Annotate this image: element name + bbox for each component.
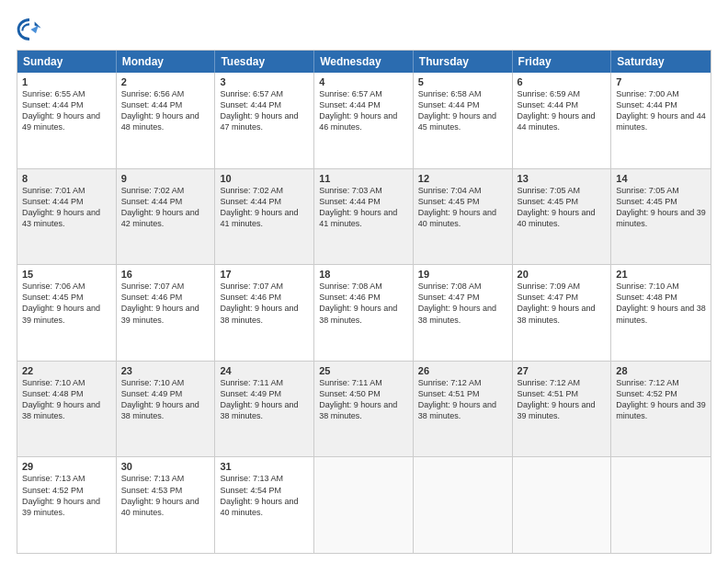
day-cell-27: 27 Sunrise: 7:12 AM Sunset: 4:51 PM Dayl… [513, 362, 612, 457]
day-cell-7: 7 Sunrise: 7:00 AM Sunset: 4:44 PM Dayli… [611, 73, 711, 168]
day-number: 19 [418, 269, 507, 280]
day-number: 11 [319, 173, 408, 184]
cell-info: Sunrise: 7:12 AM Sunset: 4:51 PM Dayligh… [518, 377, 607, 422]
calendar-header: SundayMondayTuesdayWednesdayThursdayFrid… [17, 51, 711, 73]
day-number: 28 [616, 365, 706, 376]
empty-cell [414, 457, 513, 553]
day-cell-19: 19 Sunrise: 7:08 AM Sunset: 4:47 PM Dayl… [414, 265, 513, 361]
calendar-row-1: 1 Sunrise: 6:55 AM Sunset: 4:44 PM Dayli… [17, 73, 711, 169]
cell-info: Sunrise: 7:13 AM Sunset: 4:52 PM Dayligh… [22, 473, 111, 518]
cell-info: Sunrise: 6:59 AM Sunset: 4:44 PM Dayligh… [518, 88, 607, 133]
day-cell-16: 16 Sunrise: 7:07 AM Sunset: 4:46 PM Dayl… [117, 265, 216, 361]
day-number: 18 [319, 269, 408, 280]
cell-info: Sunrise: 7:03 AM Sunset: 4:44 PM Dayligh… [319, 185, 408, 230]
day-cell-24: 24 Sunrise: 7:11 AM Sunset: 4:49 PM Dayl… [215, 362, 314, 457]
day-cell-17: 17 Sunrise: 7:07 AM Sunset: 4:46 PM Dayl… [215, 265, 314, 361]
day-number: 13 [518, 173, 607, 184]
cell-info: Sunrise: 7:13 AM Sunset: 4:54 PM Dayligh… [220, 473, 309, 518]
day-cell-13: 13 Sunrise: 7:05 AM Sunset: 4:45 PM Dayl… [513, 169, 612, 265]
day-number: 14 [616, 173, 706, 184]
day-cell-25: 25 Sunrise: 7:11 AM Sunset: 4:50 PM Dayl… [314, 362, 414, 457]
day-number: 25 [319, 365, 408, 376]
cell-info: Sunrise: 7:08 AM Sunset: 4:46 PM Dayligh… [319, 281, 408, 326]
day-cell-29: 29 Sunrise: 7:13 AM Sunset: 4:52 PM Dayl… [17, 457, 117, 553]
day-number: 21 [616, 269, 706, 280]
day-cell-2: 2 Sunrise: 6:56 AM Sunset: 4:44 PM Dayli… [117, 73, 216, 168]
day-number: 4 [319, 76, 408, 87]
cell-info: Sunrise: 7:02 AM Sunset: 4:44 PM Dayligh… [220, 185, 309, 230]
calendar-row-5: 29 Sunrise: 7:13 AM Sunset: 4:52 PM Dayl… [17, 457, 711, 553]
day-number: 31 [220, 461, 309, 472]
day-number: 17 [220, 269, 309, 280]
day-number: 27 [518, 365, 607, 376]
day-number: 8 [22, 173, 111, 184]
empty-cell [513, 457, 612, 553]
day-cell-23: 23 Sunrise: 7:10 AM Sunset: 4:49 PM Dayl… [117, 362, 216, 457]
day-cell-31: 31 Sunrise: 7:13 AM Sunset: 4:54 PM Dayl… [215, 457, 314, 553]
cell-info: Sunrise: 7:09 AM Sunset: 4:47 PM Dayligh… [518, 281, 607, 326]
cell-info: Sunrise: 7:11 AM Sunset: 4:49 PM Dayligh… [220, 377, 309, 422]
day-number: 2 [121, 76, 210, 87]
day-cell-6: 6 Sunrise: 6:59 AM Sunset: 4:44 PM Dayli… [513, 73, 612, 168]
day-number: 10 [220, 173, 309, 184]
empty-cell [611, 457, 711, 553]
cell-info: Sunrise: 6:58 AM Sunset: 4:44 PM Dayligh… [418, 88, 507, 133]
day-cell-12: 12 Sunrise: 7:04 AM Sunset: 4:45 PM Dayl… [414, 169, 513, 265]
day-number: 6 [518, 76, 607, 87]
day-number: 3 [220, 76, 309, 87]
cell-info: Sunrise: 7:06 AM Sunset: 4:45 PM Dayligh… [22, 281, 111, 326]
logo [17, 17, 46, 42]
day-cell-3: 3 Sunrise: 6:57 AM Sunset: 4:44 PM Dayli… [215, 73, 314, 168]
day-cell-30: 30 Sunrise: 7:13 AM Sunset: 4:53 PM Dayl… [117, 457, 216, 553]
empty-cell [314, 457, 414, 553]
day-cell-1: 1 Sunrise: 6:55 AM Sunset: 4:44 PM Dayli… [17, 73, 117, 168]
header-day-sunday: Sunday [17, 51, 117, 73]
header-day-monday: Monday [117, 51, 216, 73]
cell-info: Sunrise: 7:05 AM Sunset: 4:45 PM Dayligh… [616, 185, 706, 230]
header-day-friday: Friday [513, 51, 612, 73]
cell-info: Sunrise: 6:57 AM Sunset: 4:44 PM Dayligh… [220, 88, 309, 133]
header [17, 17, 711, 42]
day-number: 30 [121, 461, 210, 472]
day-number: 9 [121, 173, 210, 184]
day-number: 15 [22, 269, 111, 280]
day-number: 23 [121, 365, 210, 376]
day-number: 1 [22, 76, 111, 87]
cell-info: Sunrise: 7:05 AM Sunset: 4:45 PM Dayligh… [518, 185, 607, 230]
cell-info: Sunrise: 7:12 AM Sunset: 4:51 PM Dayligh… [418, 377, 507, 422]
cell-info: Sunrise: 7:10 AM Sunset: 4:48 PM Dayligh… [22, 377, 111, 422]
cell-info: Sunrise: 7:04 AM Sunset: 4:45 PM Dayligh… [418, 185, 507, 230]
day-cell-15: 15 Sunrise: 7:06 AM Sunset: 4:45 PM Dayl… [17, 265, 117, 361]
day-number: 20 [518, 269, 607, 280]
cell-info: Sunrise: 7:12 AM Sunset: 4:52 PM Dayligh… [616, 377, 706, 422]
day-cell-5: 5 Sunrise: 6:58 AM Sunset: 4:44 PM Dayli… [414, 73, 513, 168]
cell-info: Sunrise: 7:01 AM Sunset: 4:44 PM Dayligh… [22, 185, 111, 230]
day-number: 5 [418, 76, 507, 87]
day-cell-28: 28 Sunrise: 7:12 AM Sunset: 4:52 PM Dayl… [611, 362, 711, 457]
calendar-row-2: 8 Sunrise: 7:01 AM Sunset: 4:44 PM Dayli… [17, 169, 711, 266]
day-cell-8: 8 Sunrise: 7:01 AM Sunset: 4:44 PM Dayli… [17, 169, 117, 265]
calendar-row-4: 22 Sunrise: 7:10 AM Sunset: 4:48 PM Dayl… [17, 362, 711, 458]
day-cell-18: 18 Sunrise: 7:08 AM Sunset: 4:46 PM Dayl… [314, 265, 414, 361]
day-cell-26: 26 Sunrise: 7:12 AM Sunset: 4:51 PM Dayl… [414, 362, 513, 457]
day-number: 26 [418, 365, 507, 376]
header-day-tuesday: Tuesday [215, 51, 314, 73]
cell-info: Sunrise: 7:07 AM Sunset: 4:46 PM Dayligh… [121, 281, 210, 326]
cell-info: Sunrise: 7:13 AM Sunset: 4:53 PM Dayligh… [121, 473, 210, 518]
calendar: SundayMondayTuesdayWednesdayThursdayFrid… [17, 50, 711, 554]
cell-info: Sunrise: 7:10 AM Sunset: 4:49 PM Dayligh… [121, 377, 210, 422]
cell-info: Sunrise: 7:08 AM Sunset: 4:47 PM Dayligh… [418, 281, 507, 326]
day-cell-22: 22 Sunrise: 7:10 AM Sunset: 4:48 PM Dayl… [17, 362, 117, 457]
day-cell-21: 21 Sunrise: 7:10 AM Sunset: 4:48 PM Dayl… [611, 265, 711, 361]
day-number: 24 [220, 365, 309, 376]
day-cell-4: 4 Sunrise: 6:57 AM Sunset: 4:44 PM Dayli… [314, 73, 414, 168]
day-number: 12 [418, 173, 507, 184]
day-number: 29 [22, 461, 111, 472]
calendar-row-3: 15 Sunrise: 7:06 AM Sunset: 4:45 PM Dayl… [17, 265, 711, 362]
day-cell-11: 11 Sunrise: 7:03 AM Sunset: 4:44 PM Dayl… [314, 169, 414, 265]
cell-info: Sunrise: 7:11 AM Sunset: 4:50 PM Dayligh… [319, 377, 408, 422]
day-number: 7 [616, 76, 706, 87]
header-day-wednesday: Wednesday [314, 51, 414, 73]
cell-info: Sunrise: 7:00 AM Sunset: 4:44 PM Dayligh… [616, 88, 706, 133]
day-number: 22 [22, 365, 111, 376]
